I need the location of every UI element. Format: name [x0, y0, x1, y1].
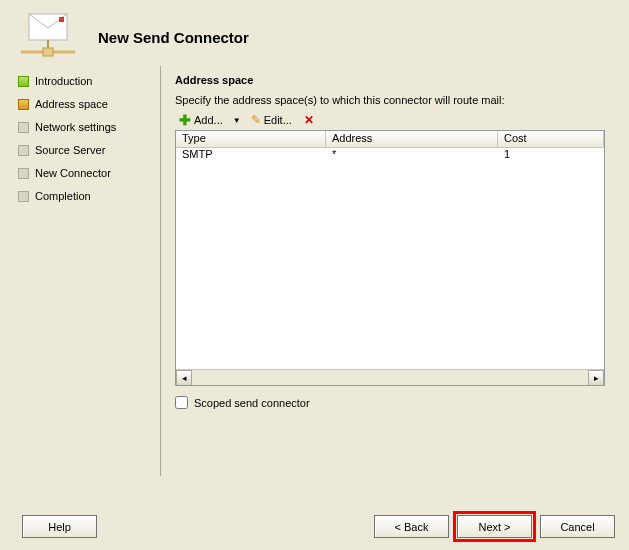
svg-rect-3 — [43, 48, 53, 56]
step-network-settings: Network settings — [16, 118, 156, 136]
cell-type: SMTP — [176, 148, 326, 163]
horizontal-scrollbar[interactable]: ◂ ▸ — [176, 369, 604, 385]
scroll-right-arrow[interactable]: ▸ — [588, 370, 604, 386]
add-button[interactable]: ✚ Add... — [175, 113, 227, 127]
step-icon — [18, 122, 29, 133]
step-source-server: Source Server — [16, 141, 156, 159]
step-icon-done — [18, 76, 29, 87]
step-new-connector: New Connector — [16, 164, 156, 182]
section-title: Address space — [175, 74, 605, 86]
edit-button[interactable]: ✎ Edit... — [247, 112, 296, 128]
table-header: Type Address Cost — [176, 131, 604, 148]
connector-icon — [16, 12, 80, 62]
wizard-header: New Send Connector — [0, 0, 629, 66]
svg-rect-1 — [59, 17, 64, 22]
x-icon: ✕ — [304, 113, 314, 127]
instruction-text: Specify the address space(s) to which th… — [175, 94, 605, 106]
main-panel: Address space Specify the address space(… — [160, 66, 619, 476]
scoped-connector-option: Scoped send connector — [175, 396, 605, 409]
step-completion: Completion — [16, 187, 156, 205]
scoped-label: Scoped send connector — [194, 397, 310, 409]
scroll-track[interactable] — [192, 370, 588, 385]
step-icon-active — [18, 99, 29, 110]
wizard-title: New Send Connector — [98, 29, 249, 46]
column-header-address[interactable]: Address — [326, 131, 498, 147]
scoped-checkbox[interactable] — [175, 396, 188, 409]
step-icon — [18, 145, 29, 156]
address-space-table: Type Address Cost SMTP * 1 ◂ ▸ — [175, 130, 605, 386]
column-header-type[interactable]: Type — [176, 131, 326, 147]
cell-cost: 1 — [498, 148, 604, 163]
pencil-icon: ✎ — [251, 113, 261, 127]
cancel-button[interactable]: Cancel — [540, 515, 615, 538]
add-dropdown-arrow[interactable]: ▼ — [231, 116, 243, 125]
table-row[interactable]: SMTP * 1 — [176, 148, 604, 163]
step-introduction: Introduction — [16, 72, 156, 90]
next-button[interactable]: Next > — [457, 515, 532, 538]
wizard-steps-sidebar: Introduction Address space Network setti… — [10, 66, 160, 476]
cell-address: * — [326, 148, 498, 163]
step-address-space: Address space — [16, 95, 156, 113]
plus-icon: ✚ — [179, 115, 191, 126]
delete-button[interactable]: ✕ — [300, 112, 318, 128]
toolbar: ✚ Add... ▼ ✎ Edit... ✕ — [175, 112, 605, 128]
step-icon — [18, 168, 29, 179]
step-icon — [18, 191, 29, 202]
scroll-left-arrow[interactable]: ◂ — [176, 370, 192, 386]
column-header-cost[interactable]: Cost — [498, 131, 604, 147]
help-button[interactable]: Help — [22, 515, 97, 538]
back-button[interactable]: < Back — [374, 515, 449, 538]
